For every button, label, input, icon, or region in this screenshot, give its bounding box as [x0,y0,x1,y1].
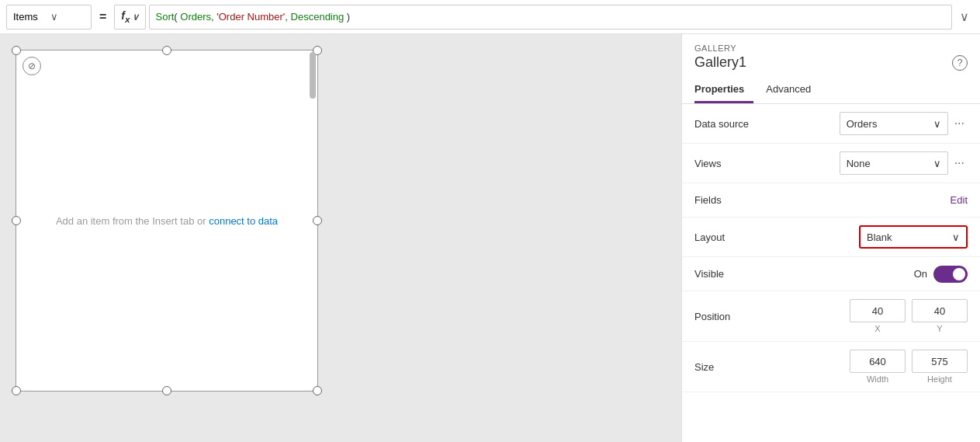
tab-advanced[interactable]: Advanced [766,77,820,103]
items-dropdown[interactable]: Items ∨ [6,5,92,30]
placeholder-link[interactable]: connect to data [209,215,278,227]
size-height-group: Height [912,350,968,384]
fx-label: fx [121,9,130,24]
size-control: Width Height [772,350,968,384]
prop-data-source: Data source Orders ∨ ··· [682,104,980,144]
formula-bar-chevron-icon[interactable]: ∨ [955,9,974,24]
panel-header: GALLERY Gallery1 ? [682,34,980,77]
layout-label: Layout [694,231,772,243]
prop-size: Size Width Height [682,342,980,392]
items-chevron-icon: ∨ [50,11,85,23]
layout-chevron-icon: ∨ [952,231,960,243]
handle-bottom-center[interactable] [162,386,171,395]
position-y-input[interactable] [912,299,968,322]
position-x-group: X [850,299,906,333]
prop-fields: Fields Edit [682,183,980,218]
views-chevron-icon: ∨ [933,158,941,169]
formula-bar[interactable]: Sort( Orders, 'Order Number', Descending… [149,5,953,30]
fields-edit-link[interactable]: Edit [951,194,968,206]
visible-toggle-container: On [914,266,968,283]
views-dropdown[interactable]: None ∨ [840,151,948,175]
panel-section-label: GALLERY [694,44,968,53]
layout-value: Blank [867,231,892,243]
handle-bottom-right[interactable] [313,386,322,395]
panel-title-text: Gallery1 [694,54,746,71]
views-more[interactable]: ··· [951,156,968,170]
position-x-input[interactable] [850,299,906,322]
fx-button[interactable]: fx ∨ [114,5,145,30]
data-source-label: Data source [694,118,772,130]
position-inputs: X Y [850,299,968,333]
handle-bottom-left[interactable] [12,386,21,395]
handle-top-center[interactable] [162,46,171,55]
main-content: ⊘ Add an item from the Insert tab or con… [0,34,980,442]
size-width-input[interactable] [850,350,906,373]
size-width-label: Width [867,374,888,384]
panel-tabs: Properties Advanced [682,77,980,104]
gallery-placeholder: Add an item from the Insert tab or conne… [56,215,278,227]
gallery-scrollbar[interactable] [310,52,316,99]
right-panel: GALLERY Gallery1 ? Properties Advanced D… [681,34,980,442]
layout-dropdown[interactable]: Blank ∨ [859,225,968,249]
data-source-value: Orders [847,118,878,130]
size-width-group: Width [850,350,906,384]
prop-layout: Layout Blank ∨ [682,218,980,257]
properties-content: Data source Orders ∨ ··· Views None ∨ [682,104,980,442]
views-control: None ∨ ··· [772,151,968,175]
visible-toggle[interactable] [933,266,968,283]
fields-label: Fields [694,194,772,206]
views-label: Views [694,158,772,169]
formula-text: Sort( Orders, 'Order Number', Descending… [156,11,351,23]
handle-middle-left[interactable] [12,216,21,225]
visible-control: On [772,266,968,283]
data-source-dropdown[interactable]: Orders ∨ [840,112,948,135]
tab-properties[interactable]: Properties [694,77,753,103]
placeholder-connector: or [194,215,209,227]
prop-views: Views None ∨ ··· [682,144,980,183]
handle-top-left[interactable] [12,46,21,55]
placeholder-text: Add an item from the Insert tab [56,215,194,227]
data-source-more[interactable]: ··· [951,117,968,131]
position-y-label: Y [937,324,942,333]
items-label: Items [13,11,47,23]
size-height-label: Height [927,374,952,384]
visible-label: Visible [694,268,772,280]
layout-control: Blank ∨ [772,225,968,249]
views-value: None [847,158,871,169]
size-label: Size [694,361,772,373]
gallery-edit-icon[interactable]: ⊘ [23,57,41,75]
position-x-label: X [874,324,880,333]
data-source-chevron-icon: ∨ [933,118,941,130]
top-bar: Items ∨ = fx ∨ Sort( Orders, 'Order Numb… [0,0,980,34]
position-y-group: Y [912,299,968,333]
canvas-area: ⊘ Add an item from the Insert tab or con… [0,34,681,442]
data-source-control: Orders ∨ ··· [772,112,968,135]
equals-sign: = [95,10,111,24]
prop-position: Position X Y [682,291,980,342]
panel-title-row: Gallery1 ? [694,54,968,71]
help-icon[interactable]: ? [952,55,968,71]
prop-visible: Visible On [682,257,980,291]
position-label: Position [694,311,772,322]
size-inputs: Width Height [850,350,968,384]
fields-control: Edit [772,194,968,206]
handle-middle-right[interactable] [313,216,322,225]
gallery-widget[interactable]: ⊘ Add an item from the Insert tab or con… [16,50,318,392]
visible-on-label: On [914,268,927,280]
position-control: X Y [772,299,968,333]
fx-chevron-icon: ∨ [132,12,139,23]
size-height-input[interactable] [912,350,968,373]
